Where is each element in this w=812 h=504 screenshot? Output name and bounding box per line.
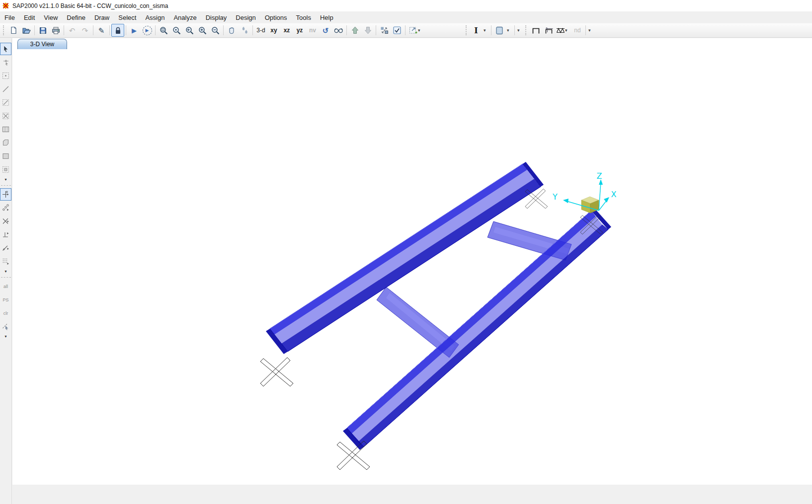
portal-frame-icon bbox=[532, 27, 540, 34]
menu-view[interactable]: View bbox=[39, 12, 62, 23]
run-circled-button[interactable]: ▶ bbox=[141, 24, 154, 37]
quick-draw-braces-icon bbox=[2, 112, 9, 120]
shrink-objects-button[interactable] bbox=[378, 24, 391, 37]
draw-more-dropdown[interactable]: ▾ bbox=[0, 177, 11, 183]
template-dropdown-button[interactable]: ▾ bbox=[407, 24, 425, 37]
support-marker bbox=[260, 358, 293, 386]
down-one-gridline-button bbox=[361, 24, 374, 37]
snap-more-dropdown[interactable]: ▾ bbox=[0, 269, 11, 275]
area-section-button[interactable] bbox=[493, 24, 506, 37]
menu-options[interactable]: Options bbox=[260, 12, 292, 23]
snap-intersections-tool[interactable] bbox=[0, 215, 11, 227]
zoom-previous-button[interactable] bbox=[183, 24, 196, 37]
up-one-gridline-button[interactable] bbox=[348, 24, 361, 37]
draw-joint-tool[interactable] bbox=[0, 70, 11, 82]
frame-section-caret[interactable]: ▾ bbox=[483, 24, 489, 37]
clear-selection-button[interactable]: clr bbox=[0, 307, 11, 319]
quick-draw-area-tool[interactable] bbox=[0, 163, 11, 176]
select-more-dropdown[interactable]: ▾ bbox=[0, 334, 11, 340]
snap-perpendicular-tool[interactable] bbox=[0, 228, 11, 241]
rotate-view-button[interactable]: ↺ bbox=[319, 24, 332, 37]
steps-button[interactable] bbox=[238, 24, 251, 37]
menu-display[interactable]: Display bbox=[201, 12, 232, 23]
previous-selection-button[interactable]: PS bbox=[0, 293, 11, 306]
more-sections-caret[interactable]: ▾ bbox=[587, 24, 594, 37]
snap-perpendicular-icon bbox=[2, 231, 9, 238]
snap-midpoints-tool[interactable] bbox=[0, 202, 11, 214]
rect-area-icon bbox=[2, 152, 9, 160]
toolbar-separator bbox=[585, 25, 586, 35]
x-axis-arrowhead bbox=[604, 197, 609, 203]
truss-template-button[interactable]: ▾ bbox=[555, 24, 571, 37]
model-viewport[interactable]: 3-D View bbox=[12, 38, 812, 485]
view-yz-button[interactable]: yz bbox=[293, 24, 306, 37]
menu-tools[interactable]: Tools bbox=[292, 12, 316, 23]
select-all-label: all bbox=[3, 284, 8, 289]
extra-section-caret[interactable]: ▾ bbox=[516, 24, 523, 37]
zoom-window-button[interactable] bbox=[157, 24, 170, 37]
menu-file[interactable]: File bbox=[0, 12, 19, 23]
quick-draw-frame-tool[interactable] bbox=[0, 96, 11, 109]
toolbox-separator bbox=[1, 277, 11, 278]
draw-rect-area-tool[interactable] bbox=[0, 150, 11, 162]
menu-edit[interactable]: Edit bbox=[19, 12, 39, 23]
menu-help[interactable]: Help bbox=[316, 12, 338, 23]
view-xy-button[interactable]: xy bbox=[267, 24, 280, 37]
zoom-in-icon bbox=[198, 26, 207, 35]
snap-grid-tool[interactable] bbox=[0, 255, 11, 268]
select-by-line-button[interactable] bbox=[0, 320, 11, 333]
menu-define[interactable]: Define bbox=[62, 12, 90, 23]
zoom-full-button[interactable] bbox=[170, 24, 183, 37]
area-section-caret[interactable]: ▾ bbox=[506, 24, 513, 37]
menu-draw[interactable]: Draw bbox=[90, 12, 114, 23]
template-icon bbox=[409, 26, 418, 34]
perspective-button[interactable] bbox=[332, 24, 345, 37]
menu-assign[interactable]: Assign bbox=[141, 12, 169, 23]
pen-icon: ✎ bbox=[98, 27, 105, 34]
view-xz-button[interactable]: xz bbox=[280, 24, 293, 37]
lock-model-button[interactable] bbox=[111, 24, 124, 37]
rail-rear[interactable] bbox=[266, 162, 544, 354]
run-analysis-button[interactable]: ▶ bbox=[128, 24, 141, 37]
redo-button[interactable]: ↷ bbox=[79, 24, 91, 37]
rail-front[interactable] bbox=[343, 208, 611, 450]
braced-frame-icon bbox=[544, 26, 553, 34]
display-options-button[interactable] bbox=[391, 24, 404, 37]
save-button[interactable] bbox=[36, 24, 49, 37]
snap-lines-tool[interactable] bbox=[0, 242, 11, 254]
pan-button[interactable] bbox=[225, 24, 238, 37]
braced-frame-button[interactable] bbox=[542, 24, 555, 37]
menu-select[interactable]: Select bbox=[114, 12, 141, 23]
toolbar-separator bbox=[93, 25, 93, 35]
print-button[interactable] bbox=[49, 24, 62, 37]
zoom-full-icon bbox=[172, 26, 181, 35]
toolbar-separator bbox=[34, 25, 35, 35]
view-3d-button[interactable]: 3-d bbox=[254, 24, 267, 37]
quick-draw-braces-tool[interactable] bbox=[0, 110, 11, 122]
select-all-button[interactable]: all bbox=[0, 280, 11, 292]
open-file-button[interactable] bbox=[20, 24, 33, 37]
quick-draw-secondary-beams-tool[interactable] bbox=[0, 123, 11, 136]
reshape-tool[interactable] bbox=[0, 56, 11, 69]
draw-frame-icon bbox=[2, 85, 9, 93]
toolbar-separator bbox=[126, 25, 126, 35]
clear-selection-label: clr bbox=[3, 311, 8, 316]
pan-hand-icon bbox=[228, 26, 236, 34]
chevron-down-icon: ▾ bbox=[484, 28, 488, 33]
snap-joints-tool[interactable] bbox=[0, 188, 11, 201]
portal-frame-button[interactable] bbox=[529, 24, 542, 37]
undo-button[interactable]: ↶ bbox=[66, 24, 79, 37]
frame-section-button[interactable]: I bbox=[470, 24, 483, 37]
new-file-button[interactable] bbox=[7, 24, 20, 37]
pen-button[interactable]: ✎ bbox=[95, 24, 108, 37]
draw-frame-tool[interactable] bbox=[0, 83, 11, 95]
menu-analyze[interactable]: Analyze bbox=[169, 12, 201, 23]
menu-design[interactable]: Design bbox=[231, 12, 260, 23]
zoom-in-button[interactable] bbox=[196, 24, 209, 37]
joint-cube[interactable] bbox=[581, 197, 599, 213]
zoom-out-button[interactable] bbox=[209, 24, 222, 37]
toolbar-separator bbox=[64, 25, 64, 35]
select-pointer-tool[interactable] bbox=[0, 43, 11, 55]
draw-poly-area-tool[interactable] bbox=[0, 137, 11, 149]
toolbar-separator bbox=[405, 25, 406, 35]
